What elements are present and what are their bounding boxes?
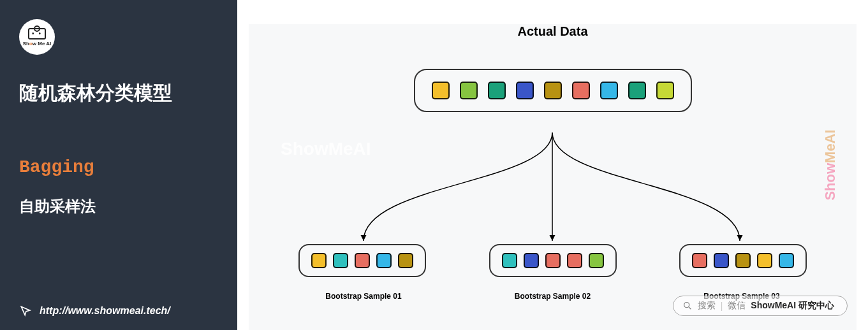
- data-chip: [502, 253, 517, 268]
- data-chip: [628, 82, 646, 99]
- data-chip: [545, 253, 561, 268]
- data-chip: [757, 253, 772, 268]
- diagram-title: Actual Data: [249, 24, 857, 39]
- data-chip: [355, 253, 370, 268]
- page-title: 随机森林分类模型: [19, 80, 218, 106]
- subtitle-cn: 自助采样法: [19, 196, 218, 217]
- data-chip: [544, 82, 562, 99]
- data-chip: [589, 253, 604, 268]
- diagram-canvas: Actual Data ShowMeAI Bootstrap Sample 01…: [249, 24, 857, 330]
- data-chip: [714, 253, 729, 268]
- data-chip: [311, 253, 327, 268]
- data-chip: [333, 253, 348, 268]
- sample-node-2: [489, 244, 617, 277]
- sample-node-1: [298, 244, 426, 277]
- sample-node-3: [679, 244, 807, 277]
- search-icon: [682, 301, 693, 311]
- search-hint1: 搜索: [698, 300, 716, 312]
- content: Actual Data ShowMeAI Bootstrap Sample 01…: [237, 0, 868, 330]
- logo: Show Me AI: [19, 19, 55, 55]
- data-chip: [600, 82, 618, 99]
- data-chip: [376, 253, 392, 268]
- sample-label-1: Bootstrap Sample 01: [293, 292, 434, 301]
- data-chip: [692, 253, 707, 268]
- subtitle-en: Bagging: [19, 157, 218, 177]
- data-chip: [735, 253, 751, 268]
- sidebar: Show Me AI 随机森林分类模型 Bagging 自助采样法 http:/…: [0, 0, 237, 330]
- sample-label-2: Bootstrap Sample 02: [483, 292, 623, 301]
- data-chip: [488, 82, 506, 99]
- svg-line-1: [689, 307, 691, 309]
- data-chip: [460, 82, 478, 99]
- data-chip: [567, 253, 582, 268]
- cursor-icon: [19, 305, 32, 317]
- watermark: ShowMeAI: [281, 139, 371, 159]
- data-chip: [656, 82, 674, 99]
- data-chip: [398, 253, 413, 268]
- data-chip: [572, 82, 590, 99]
- search-strong: ShowMeAI 研究中心: [751, 300, 834, 312]
- footer: http://www.showmeai.tech/: [19, 305, 170, 317]
- data-chip: [779, 253, 794, 268]
- data-chip: [524, 253, 539, 268]
- svg-point-0: [684, 303, 689, 308]
- data-chip: [516, 82, 534, 99]
- data-chip: [432, 82, 450, 99]
- footer-url[interactable]: http://www.showmeai.tech/: [40, 305, 170, 317]
- search-hint2: 微信: [728, 300, 746, 312]
- root-node: [414, 69, 692, 112]
- search-pill[interactable]: 搜索 | 微信 ShowMeAI 研究中心: [673, 296, 848, 316]
